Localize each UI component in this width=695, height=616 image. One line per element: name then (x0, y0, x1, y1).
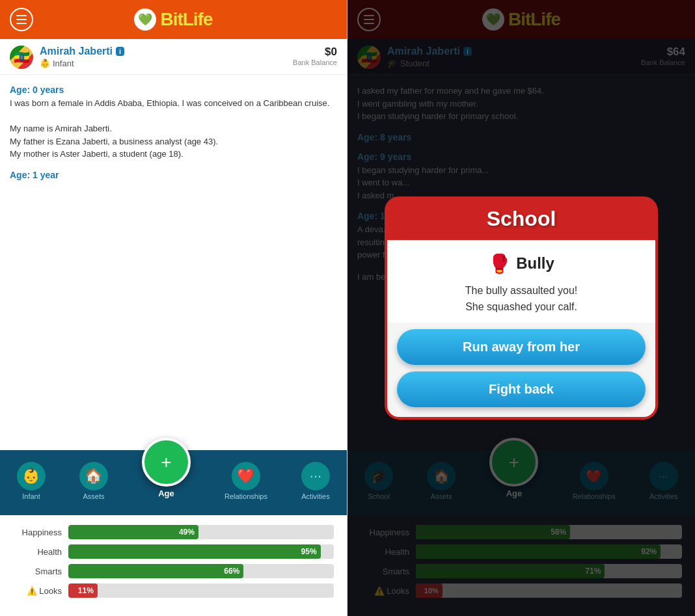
bully-icon: 🥊 (488, 253, 511, 275)
left-stat-happiness: Happiness 49% (13, 525, 334, 539)
left-nav-assets-icon: 🏠 (79, 462, 108, 490)
left-char-flag: 🇪🇹 (10, 46, 33, 69)
modal-header: School (387, 199, 655, 240)
left-nav-age[interactable]: + Age (142, 438, 191, 498)
left-char-role: 👶 Infant (40, 59, 124, 68)
left-panel: 💚 BitLife 🇪🇹 Amirah Jaberti i 👶 Infant (0, 0, 348, 616)
left-nav-infant-label: Infant (22, 492, 40, 500)
left-nav-assets-label: Assets (83, 492, 104, 500)
left-nav-activities-icon: ··· (301, 462, 330, 490)
left-char-info: 🇪🇹 Amirah Jaberti i 👶 Infant $0 Bank Bal… (0, 39, 347, 75)
left-nav-age-label: Age (158, 489, 174, 498)
bully-desc-line1: The bully assaulted you! (403, 282, 639, 299)
left-nav-activities-label: Activities (301, 492, 329, 500)
bully-modal: School 🥊 Bully The bully assaulted you! … (385, 196, 658, 420)
left-nav-relationships-icon: ❤️ (232, 462, 260, 490)
left-nav-relationships-label: Relationships (225, 492, 267, 500)
left-stat-smarts: Smarts 66% (13, 564, 334, 578)
left-menu-button[interactable] (10, 8, 33, 31)
left-nav-infant-icon: 👶 (17, 462, 46, 490)
left-nav-relationships[interactable]: ❤️ Relationships (225, 462, 267, 500)
bully-category-title: Bully (516, 254, 554, 273)
bully-title-row: 🥊 Bully (403, 253, 639, 275)
left-nav-activities[interactable]: ··· Activities (301, 462, 330, 500)
left-info-badge[interactable]: i (116, 47, 124, 56)
left-top-bar: 💚 BitLife (0, 0, 347, 39)
modal-overlay: School 🥊 Bully The bully assaulted you! … (348, 0, 695, 616)
left-life-log: Age: 0 years I was born a female in Addi… (0, 75, 347, 450)
right-panel: 💚 BitLife 🇪🇹 Amirah Jaberti i 🎓 Student (348, 0, 695, 616)
left-char-money: $0 Bank Balance (293, 46, 337, 66)
left-stats: Happiness 49% Health 95% Smarts 66% (0, 515, 347, 616)
modal-buttons: Run away from her Fight back (387, 323, 655, 410)
modal-school-title: School (487, 207, 556, 230)
left-logo: 💚 BitLife (134, 8, 212, 31)
left-nav-infant[interactable]: 👶 Infant (17, 462, 46, 500)
modal-body: 🥊 Bully The bully assaulted you! She squ… (387, 240, 655, 323)
bully-desc-line2: She squashed your calf. (403, 301, 639, 313)
run-away-button[interactable]: Run away from her (397, 329, 646, 365)
left-bottom-nav: 👶 Infant 🏠 Assets + Age ❤️ Relationships… (0, 450, 347, 515)
left-stat-looks: ⚠️ Looks 11% (13, 583, 334, 598)
left-age-entry-1: Age: 1 year (10, 170, 337, 180)
left-char-name: Amirah Jaberti i (40, 46, 124, 57)
left-logo-icon: 💚 (134, 8, 156, 31)
left-stat-health: Health 95% (13, 544, 334, 559)
left-logo-text: BitLife (160, 9, 212, 30)
left-age-entry-0: Age: 0 years I was born a female in Addi… (10, 85, 337, 161)
left-nav-age-icon: + (142, 438, 191, 487)
fight-back-button[interactable]: Fight back (397, 371, 646, 407)
left-nav-assets[interactable]: 🏠 Assets (79, 462, 108, 500)
